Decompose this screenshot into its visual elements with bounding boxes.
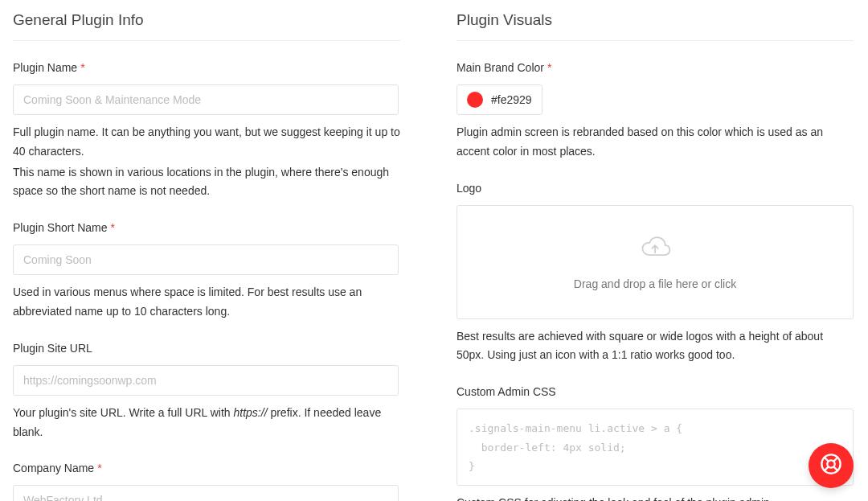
plugin-name-input[interactable] — [13, 84, 399, 115]
field-company-name: Company Name* Your company's name. It's … — [13, 461, 400, 501]
required-asterisk: * — [80, 61, 84, 74]
logo-dropzone[interactable]: Drag and drop a file here or click — [457, 205, 854, 319]
help-plugin-short-name: Used in various menus where space is lim… — [13, 283, 400, 322]
section-title-visuals: Plugin Visuals — [457, 0, 854, 41]
general-plugin-info-panel: General Plugin Info Plugin Name* Full pl… — [0, 0, 400, 501]
required-asterisk: * — [547, 61, 551, 74]
company-name-input[interactable] — [13, 485, 399, 501]
label-custom-admin-css: Custom Admin CSS — [457, 385, 556, 398]
lifebuoy-icon — [820, 453, 842, 478]
label-logo: Logo — [457, 182, 481, 195]
label-company-name: Company Name — [13, 462, 94, 474]
field-logo: Logo Drag and drop a file here or click … — [457, 181, 854, 366]
plugin-short-name-input[interactable] — [13, 244, 399, 275]
cloud-upload-icon — [637, 233, 673, 263]
label-plugin-site-url: Plugin Site URL — [13, 342, 92, 355]
custom-admin-css-input[interactable]: .signals-main-menu li.active > a { borde… — [457, 409, 854, 486]
label-plugin-name: Plugin Name — [13, 61, 77, 74]
help-plugin-site-url: Your plugin's site URL. Write a full URL… — [13, 404, 400, 442]
field-main-brand-color: Main Brand Color* #fe2929 Plugin admin s… — [457, 60, 854, 162]
section-title-general: General Plugin Info — [13, 0, 400, 41]
plugin-visuals-panel: Plugin Visuals Main Brand Color* #fe2929… — [439, 0, 868, 501]
required-asterisk: * — [111, 221, 115, 234]
brand-color-value: #fe2929 — [491, 93, 532, 106]
label-main-brand-color: Main Brand Color — [457, 61, 544, 74]
help-url-italic: https:// — [234, 406, 268, 419]
plugin-site-url-input[interactable] — [13, 365, 399, 396]
svg-line-4 — [833, 458, 837, 462]
help-logo: Best results are achieved with square or… — [457, 327, 854, 366]
help-plugin-name-1: Full plugin name. It can be anything you… — [13, 123, 400, 162]
help-fab-button[interactable] — [809, 443, 854, 488]
logo-dropzone-text: Drag and drop a file here or click — [574, 277, 736, 290]
required-asterisk: * — [97, 462, 101, 474]
svg-line-3 — [833, 466, 837, 470]
field-plugin-name: Plugin Name* Full plugin name. It can be… — [13, 60, 400, 201]
field-custom-admin-css: Custom Admin CSS .signals-main-menu li.a… — [457, 384, 854, 501]
help-main-brand-color: Plugin admin screen is rebranded based o… — [457, 123, 854, 162]
field-plugin-short-name: Plugin Short Name* Used in various menus… — [13, 220, 400, 322]
help-url-prefix: Your plugin's site URL. Write a full URL… — [13, 406, 234, 419]
svg-line-2 — [825, 458, 829, 462]
color-swatch-icon — [467, 92, 483, 108]
svg-line-5 — [825, 466, 829, 470]
field-plugin-site-url: Plugin Site URL Your plugin's site URL. … — [13, 341, 400, 442]
help-plugin-name-2: This name is shown in various locations … — [13, 163, 400, 202]
brand-color-picker[interactable]: #fe2929 — [457, 84, 542, 115]
label-plugin-short-name: Plugin Short Name — [13, 221, 108, 234]
help-custom-admin-css: Custom CSS for adjusting the look and fe… — [457, 494, 854, 501]
